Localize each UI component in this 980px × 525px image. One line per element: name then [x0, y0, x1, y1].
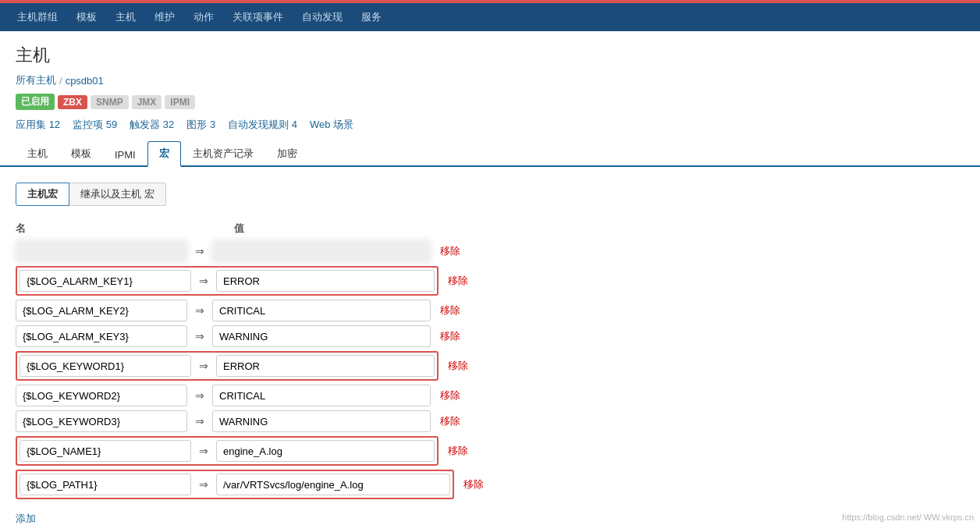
sub-tabs: 主机宏 继承以及主机 宏	[16, 183, 964, 206]
status-badges: 已启用 ZBX SNMP JMX IPMI	[0, 94, 980, 118]
link-triggers[interactable]: 触发器 32	[130, 118, 174, 132]
row-group-log-path1: ⇒	[16, 470, 454, 499]
nav-maintenance[interactable]: 维护	[145, 3, 184, 31]
nav-host-groups[interactable]: 主机群组	[8, 3, 67, 31]
tab-ipmi[interactable]: IPMI	[103, 144, 147, 165]
macro-name-log-keyword1[interactable]	[20, 355, 191, 377]
macro-value-log-keyword2[interactable]	[212, 385, 431, 406]
tab-templates[interactable]: 模板	[59, 141, 103, 165]
macro-row-log-name1: ⇒ 移除	[16, 436, 718, 466]
row-group-log-name1: ⇒	[16, 436, 439, 466]
nav-templates[interactable]: 模板	[67, 3, 106, 31]
remove-row-log-keyword3[interactable]: 移除	[440, 414, 460, 428]
add-macro-link[interactable]: 添加	[16, 512, 36, 525]
arrow-1: ⇒	[196, 275, 211, 287]
badge-enabled: 已启用	[16, 94, 55, 110]
badge-zbx: ZBX	[58, 95, 87, 109]
content-area: 主机宏 继承以及主机 宏 名 值 ⇒ 移除	[0, 167, 980, 525]
row-group-log-keyword1: ⇒	[16, 351, 439, 381]
remove-row-log-keyword2[interactable]: 移除	[440, 388, 460, 403]
badge-jmx: JMX	[132, 95, 162, 109]
nav-services[interactable]: 服务	[352, 3, 391, 31]
link-app-set[interactable]: 应用集 12	[16, 118, 60, 132]
macro-name-log-keyword3[interactable]	[16, 410, 187, 432]
host-meta-links: 应用集 12 监控项 59 触发器 32 图形 3 自动发现规则 4 Web 场…	[0, 118, 980, 141]
sub-tab-host-macros[interactable]: 主机宏	[16, 183, 69, 206]
macro-name-log-alarm-key2[interactable]	[16, 300, 187, 321]
page-body: 主机 所有主机 / cpsdb01 已启用 ZBX SNMP JMX IPMI …	[0, 31, 980, 525]
macro-name-log-alarm-key1[interactable]	[20, 270, 191, 292]
macro-row-log-alarm-key1: ⇒ 移除	[16, 266, 718, 296]
tab-encryption[interactable]: 加密	[265, 141, 309, 165]
tab-macros[interactable]: 宏	[147, 141, 181, 167]
breadcrumb-sep: /	[59, 75, 62, 87]
remove-row-log-path1[interactable]: 移除	[463, 477, 484, 491]
arrow-8: ⇒	[196, 478, 211, 491]
arrow-blurred: ⇒	[192, 245, 208, 257]
tab-host[interactable]: 主机	[16, 141, 59, 165]
arrow-5: ⇒	[192, 389, 208, 402]
macro-table: 名 值 ⇒ 移除 ⇒ 移除	[16, 222, 718, 525]
badge-ipmi: IPMI	[165, 95, 195, 109]
tab-asset-records[interactable]: 主机资产记录	[181, 141, 265, 165]
main-tabs: 主机 模板 IPMI 宏 主机资产记录 加密	[0, 141, 980, 167]
row-group-log-alarm-key2: ⇒	[16, 300, 431, 321]
macro-name-log-name1[interactable]	[20, 440, 191, 462]
remove-row-log-alarm-key1[interactable]: 移除	[448, 274, 468, 288]
arrow-2: ⇒	[192, 304, 208, 317]
link-graphs[interactable]: 图形 3	[186, 118, 215, 132]
macro-value-log-alarm-key2[interactable]	[212, 300, 431, 321]
link-monitors[interactable]: 监控项 59	[73, 118, 117, 132]
nav-auto-discovery[interactable]: 自动发现	[293, 3, 352, 31]
macro-row-log-path1: ⇒ 移除	[16, 470, 718, 499]
link-auto-discovery[interactable]: 自动发现规则 4	[228, 118, 297, 132]
arrow-6: ⇒	[192, 415, 208, 427]
macro-value-log-keyword1[interactable]	[216, 355, 435, 377]
macro-name-log-keyword2[interactable]	[16, 385, 187, 406]
row-group-blurred: ⇒	[16, 240, 431, 262]
nav-event-correlation[interactable]: 关联项事件	[223, 3, 293, 31]
nav-hosts[interactable]: 主机	[106, 3, 145, 31]
add-macro-container: 添加	[16, 507, 718, 525]
remove-row-log-name1[interactable]: 移除	[448, 444, 468, 458]
page-title: 主机	[0, 31, 980, 73]
macro-name-blurred	[16, 240, 187, 262]
breadcrumb-all-hosts[interactable]: 所有主机	[16, 73, 56, 87]
badge-snmp: SNMP	[91, 95, 129, 109]
macro-row-log-keyword1: ⇒ 移除	[16, 351, 718, 381]
link-web-scenario[interactable]: Web 场景	[310, 118, 353, 132]
sub-tab-inherited-macros[interactable]: 继承以及主机 宏	[69, 183, 166, 206]
macro-value-log-keyword3[interactable]	[212, 410, 431, 432]
remove-row-log-alarm-key3[interactable]: 移除	[440, 329, 460, 343]
macro-row-blurred: ⇒ 移除	[16, 240, 718, 262]
remove-row-blurred[interactable]: 移除	[440, 244, 460, 258]
arrow-7: ⇒	[196, 445, 211, 457]
top-navigation: 主机群组 模板 主机 维护 动作 关联项事件 自动发现 服务	[0, 3, 980, 31]
breadcrumb: 所有主机 / cpsdb01	[0, 73, 980, 94]
arrow-4: ⇒	[196, 360, 211, 372]
macro-name-log-alarm-key3[interactable]	[16, 325, 187, 347]
macro-row-log-keyword2: ⇒ 移除	[16, 385, 718, 406]
row-group-log-keyword2: ⇒	[16, 385, 431, 406]
macro-row-log-alarm-key2: ⇒ 移除	[16, 300, 718, 321]
arrow-3: ⇒	[192, 330, 208, 342]
row-group-log-alarm-key3: ⇒	[16, 325, 431, 347]
header-value: 值	[234, 222, 453, 236]
row-group-log-keyword3: ⇒	[16, 410, 431, 432]
row-group-log-alarm-key1: ⇒	[16, 266, 439, 296]
macro-row-log-alarm-key3: ⇒ 移除	[16, 325, 718, 347]
macro-value-log-path1[interactable]	[216, 474, 450, 495]
breadcrumb-hostname[interactable]: cpsdb01	[66, 75, 104, 87]
macro-value-blurred	[212, 240, 431, 262]
header-name: 名	[16, 222, 211, 236]
macro-value-log-alarm-key3[interactable]	[212, 325, 431, 347]
remove-row-log-keyword1[interactable]: 移除	[448, 359, 468, 373]
macro-value-log-name1[interactable]	[216, 440, 435, 462]
macro-header: 名 值	[16, 222, 718, 236]
remove-row-log-alarm-key2[interactable]: 移除	[440, 303, 460, 317]
macro-name-log-path1[interactable]	[20, 474, 191, 495]
macro-value-log-alarm-key1[interactable]	[216, 270, 435, 292]
macro-row-log-keyword3: ⇒ 移除	[16, 410, 718, 432]
nav-actions[interactable]: 动作	[184, 3, 223, 31]
